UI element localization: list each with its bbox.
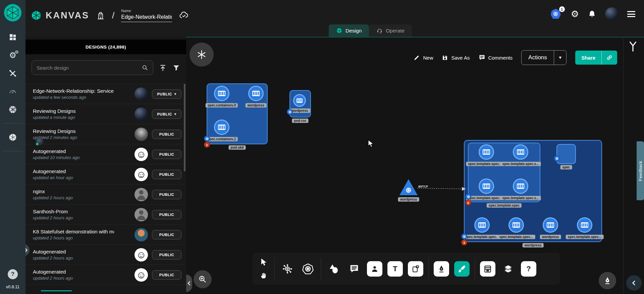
design-list-item[interactable]: Reviewing Designsupdated a minute agoPUB… [25, 104, 186, 124]
tab-operate[interactable]: Operate [369, 24, 412, 37]
design-canvas[interactable]: New Save As [186, 37, 644, 294]
sidebar-item-lifecycle[interactable]: ⚙⚙ [7, 50, 18, 61]
zoom-in-button[interactable] [194, 270, 212, 288]
visibility-button[interactable]: PUBLIC [152, 230, 181, 239]
design-list-item[interactable]: Autogeneratedupdated 2 hours ago☺PUBLIC [25, 245, 186, 265]
design-list-item[interactable]: Santhosh-Promupdated 2 hours agoPUBLIC [25, 205, 186, 225]
design-list-item[interactable]: Reviewing Designsupdated 2 minutes agoPU… [25, 124, 186, 144]
container-node[interactable]: spec.template.spec... [577, 217, 592, 233]
k8s-group-spec[interactable]: spec [556, 144, 576, 164]
collaborator-presence-avatar [36, 138, 43, 145]
issue-count-badge[interactable]: 3 [461, 239, 467, 245]
kanvas-brand[interactable]: KANVAS [30, 9, 89, 21]
visibility-button[interactable]: PUBLIC [152, 170, 181, 179]
container-node[interactable]: wordpress [248, 86, 264, 101]
settings-gear-icon[interactable]: ⚙ [571, 10, 579, 19]
menu-hamburger-icon[interactable] [627, 11, 635, 17]
layer5-logo[interactable] [4, 4, 21, 21]
merge-versions-icon[interactable] [628, 41, 638, 54]
panel-scrollbar[interactable] [184, 84, 185, 171]
design-text: Santhosh-Promupdated 2 hours ago [30, 209, 130, 220]
filter-funnel-icon[interactable] [172, 64, 180, 72]
design-list-item[interactable]: Edge-Network-Relationship: Serviceupdate… [25, 84, 186, 104]
container-node[interactable]: spec.containers.1 [214, 120, 229, 135]
shapes-tool[interactable] [326, 261, 341, 277]
visibility-button[interactable]: PUBLIC▾ [152, 109, 181, 119]
comment-tool[interactable] [346, 261, 362, 277]
layers-tool[interactable] [500, 261, 516, 277]
design-owner-avatar: ☺ [135, 148, 148, 161]
visibility-button[interactable]: PUBLIC [152, 150, 181, 159]
kubernetes-badge[interactable] [287, 109, 293, 115]
issue-count-badge[interactable]: 2 [204, 142, 210, 148]
notifications-bell-icon[interactable] [588, 10, 596, 18]
search-input[interactable] [36, 65, 138, 71]
container-node[interactable]: spec.template.spec... [474, 217, 490, 233]
visibility-button[interactable]: PUBLIC [152, 210, 181, 219]
text-tool[interactable]: T [387, 261, 403, 277]
kubernetes-tool[interactable] [300, 261, 316, 277]
sidebar-item-dashboard[interactable] [7, 31, 18, 43]
container-node[interactable]: spec.template.spec... [508, 217, 524, 233]
media-tool[interactable] [367, 261, 382, 277]
design-list-item[interactable]: Autogeneratedupdated 10 minutes ago☺PUBL… [25, 144, 186, 164]
kubernetes-context-switcher[interactable]: 1 [551, 9, 562, 19]
dock-help-tool[interactable]: ? [521, 261, 536, 277]
visibility-button[interactable]: PUBLIC [152, 250, 181, 260]
design-mode-pen-button[interactable] [599, 272, 616, 289]
container-node[interactable]: spec.template.spec.s... [513, 144, 528, 160]
sidebar-item-performance[interactable] [7, 86, 18, 97]
kubernetes-badge[interactable] [204, 136, 210, 142]
sidebar-item-extensions[interactable] [7, 104, 18, 115]
connect-components-tool[interactable] [280, 261, 295, 277]
right-panel-chevron[interactable] [626, 275, 642, 291]
design-list-item[interactable]: nginxupdated 2 hours agoPUBLIC [25, 185, 186, 205]
kubernetes-badge[interactable] [465, 194, 471, 200]
container-node[interactable]: wordpress [293, 94, 306, 107]
design-title: Santhosh-Prom [33, 209, 114, 214]
container-node[interactable]: spec.template.spec.s... [479, 144, 494, 160]
note-tool[interactable] [408, 261, 423, 277]
visibility-button[interactable]: PUBLIC [152, 270, 181, 280]
select-tool[interactable] [258, 256, 269, 268]
design-updated-timestamp: updated 2 hours ago [33, 276, 130, 281]
container-node[interactable]: spec.containers.0 [214, 86, 229, 101]
organization-building-icon[interactable] [96, 11, 105, 20]
container-node[interactable]: spec.template.spec.s... [479, 178, 494, 194]
visibility-button[interactable]: PUBLIC▾ [152, 89, 181, 99]
tab-design[interactable]: Design [329, 24, 369, 37]
design-list-item[interactable]: Autogeneratedupdated 2 hours ago☺PUBLIC [25, 265, 186, 285]
brush-tool[interactable] [454, 261, 470, 277]
help-button[interactable]: ? [8, 269, 18, 279]
design-title: Autogenerated [33, 168, 114, 174]
issue-count-badge[interactable]: 5 [465, 200, 471, 206]
drawer-tool[interactable] [480, 261, 495, 277]
design-name-input[interactable] [121, 13, 172, 22]
mouse-pointer [368, 140, 375, 148]
kubernetes-badge[interactable] [554, 155, 560, 161]
service-node[interactable]: wordpress [399, 179, 418, 195]
visibility-button[interactable]: PUBLIC [152, 190, 181, 199]
design-list-item[interactable]: K8 Statefulset demonstration with moupda… [25, 225, 186, 245]
designs-panel-title: DESIGNS (24,898) [25, 40, 186, 54]
sidebar-item-configuration[interactable] [7, 68, 18, 79]
kubernetes-badge[interactable] [461, 233, 467, 239]
sidebar-item-kanvas[interactable] [7, 132, 18, 143]
magnifier-plus-icon [198, 275, 207, 284]
search-box[interactable] [32, 60, 153, 75]
user-avatar[interactable] [605, 7, 619, 21]
design-owner-avatar [135, 128, 148, 141]
feedback-tab[interactable]: Feedback [637, 141, 644, 200]
design-list-item[interactable]: Autogeneratedupdated an hour ago☺PUBLIC [25, 164, 186, 185]
container-node[interactable]: wordpress [543, 217, 558, 233]
container-node[interactable]: spec.template.spec.s... [513, 178, 528, 194]
sidebar-bottom: ? v0.8.11 [6, 269, 19, 294]
visibility-button[interactable]: PUBLIC [152, 130, 181, 139]
design-text: Autogeneratedupdated 2 hours ago [30, 249, 130, 261]
dock-divider [321, 258, 321, 280]
pen-nib-icon [603, 276, 612, 285]
pen-tool[interactable] [434, 261, 449, 277]
import-design-icon[interactable] [159, 64, 167, 72]
design-text: Autogeneratedupdated an hour ago [30, 168, 130, 180]
pan-tool[interactable] [258, 270, 269, 281]
